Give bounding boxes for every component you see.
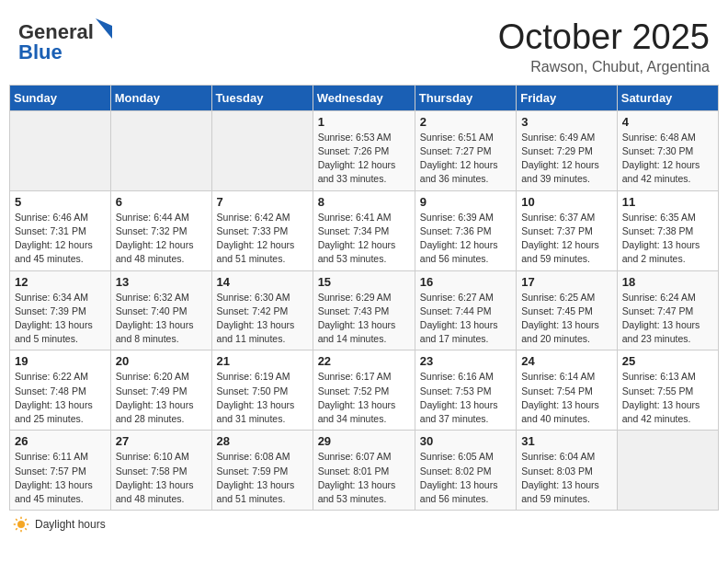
calendar-cell: 31Sunrise: 6:04 AM Sunset: 8:03 PM Dayli… [517,431,618,511]
calendar-cell: 13Sunrise: 6:32 AM Sunset: 7:40 PM Dayli… [110,270,211,350]
calendar-cell: 28Sunrise: 6:08 AM Sunset: 7:59 PM Dayli… [211,431,313,511]
day-info: Sunrise: 6:14 AM Sunset: 7:54 PM Dayligh… [521,370,612,426]
day-number: 30 [420,434,511,448]
day-info: Sunrise: 6:39 AM Sunset: 7:36 PM Dayligh… [420,211,511,267]
calendar-cell: 23Sunrise: 6:16 AM Sunset: 7:53 PM Dayli… [415,350,516,431]
svg-line-7 [25,528,27,530]
day-info: Sunrise: 6:05 AM Sunset: 8:02 PM Dayligh… [420,450,511,506]
day-number: 19 [15,354,106,368]
day-number: 20 [116,354,207,368]
calendar-cell: 25Sunrise: 6:13 AM Sunset: 7:55 PM Dayli… [617,350,718,431]
day-info: Sunrise: 6:27 AM Sunset: 7:44 PM Dayligh… [420,291,511,347]
day-number: 23 [420,354,511,368]
calendar-header-row: SundayMondayTuesdayWednesdayThursdayFrid… [10,85,719,110]
column-header-wednesday: Wednesday [313,85,415,110]
day-info: Sunrise: 6:35 AM Sunset: 7:38 PM Dayligh… [622,211,713,267]
day-number: 5 [15,195,106,209]
calendar-footer: Daylight hours [9,516,719,533]
day-info: Sunrise: 6:42 AM Sunset: 7:33 PM Dayligh… [217,211,308,267]
calendar-cell: 12Sunrise: 6:34 AM Sunset: 7:39 PM Dayli… [10,270,111,350]
day-number: 14 [217,275,308,289]
day-number: 28 [217,434,308,448]
day-info: Sunrise: 6:24 AM Sunset: 7:47 PM Dayligh… [622,291,713,347]
calendar-cell: 19Sunrise: 6:22 AM Sunset: 7:48 PM Dayli… [10,350,111,431]
day-number: 7 [217,195,308,209]
day-number: 13 [116,275,207,289]
day-number: 22 [318,354,410,368]
day-number: 2 [420,115,511,129]
sun-icon [13,516,29,533]
calendar-cell: 8Sunrise: 6:41 AM Sunset: 7:34 PM Daylig… [313,190,415,270]
calendar-cell: 10Sunrise: 6:37 AM Sunset: 7:37 PM Dayli… [517,190,618,270]
svg-point-1 [17,521,25,528]
day-number: 21 [217,354,308,368]
daylight-label: Daylight hours [35,518,106,531]
calendar-week-row: 26Sunrise: 6:11 AM Sunset: 7:57 PM Dayli… [10,431,719,511]
column-header-friday: Friday [517,85,618,110]
calendar-week-row: 12Sunrise: 6:34 AM Sunset: 7:39 PM Dayli… [10,270,719,350]
day-info: Sunrise: 6:30 AM Sunset: 7:42 PM Dayligh… [217,291,308,347]
day-info: Sunrise: 6:51 AM Sunset: 7:27 PM Dayligh… [420,131,511,187]
column-header-tuesday: Tuesday [211,85,313,110]
day-info: Sunrise: 6:19 AM Sunset: 7:50 PM Dayligh… [217,370,308,426]
calendar-cell [10,110,111,190]
day-number: 18 [622,275,713,289]
day-number: 9 [420,195,511,209]
day-info: Sunrise: 6:25 AM Sunset: 7:45 PM Dayligh… [521,291,612,347]
logo-icon [96,18,112,39]
calendar-cell: 15Sunrise: 6:29 AM Sunset: 7:43 PM Dayli… [313,270,415,350]
calendar-cell: 26Sunrise: 6:11 AM Sunset: 7:57 PM Dayli… [10,431,111,511]
day-info: Sunrise: 6:44 AM Sunset: 7:32 PM Dayligh… [116,211,207,267]
day-info: Sunrise: 6:46 AM Sunset: 7:31 PM Dayligh… [15,211,106,267]
calendar-table: SundayMondayTuesdayWednesdayThursdayFrid… [9,85,719,511]
calendar-cell: 18Sunrise: 6:24 AM Sunset: 7:47 PM Dayli… [617,270,718,350]
day-info: Sunrise: 6:16 AM Sunset: 7:53 PM Dayligh… [420,370,511,426]
day-number: 1 [318,115,410,129]
day-number: 11 [622,195,713,209]
calendar-cell: 4Sunrise: 6:48 AM Sunset: 7:30 PM Daylig… [617,110,718,190]
calendar-header: General Blue October 2025 Rawson, Chubut… [9,9,719,80]
calendar-cell: 27Sunrise: 6:10 AM Sunset: 7:58 PM Dayli… [110,431,211,511]
calendar-week-row: 19Sunrise: 6:22 AM Sunset: 7:48 PM Dayli… [10,350,719,431]
calendar-cell: 9Sunrise: 6:39 AM Sunset: 7:36 PM Daylig… [415,190,516,270]
day-number: 3 [521,115,612,129]
day-number: 12 [15,275,106,289]
day-info: Sunrise: 6:08 AM Sunset: 7:59 PM Dayligh… [217,450,308,506]
day-number: 15 [318,275,410,289]
logo: General Blue [18,18,112,63]
calendar-cell: 1Sunrise: 6:53 AM Sunset: 7:26 PM Daylig… [313,110,415,190]
calendar-cell: 2Sunrise: 6:51 AM Sunset: 7:27 PM Daylig… [415,110,516,190]
day-info: Sunrise: 6:13 AM Sunset: 7:55 PM Dayligh… [622,370,713,426]
logo-blue: Blue [18,40,63,63]
day-number: 4 [622,115,713,129]
day-info: Sunrise: 6:29 AM Sunset: 7:43 PM Dayligh… [318,291,410,347]
day-number: 8 [318,195,410,209]
calendar-week-row: 5Sunrise: 6:46 AM Sunset: 7:31 PM Daylig… [10,190,719,270]
day-number: 16 [420,275,511,289]
column-header-monday: Monday [110,85,211,110]
svg-line-8 [25,519,27,521]
day-number: 26 [15,434,106,448]
calendar-cell: 16Sunrise: 6:27 AM Sunset: 7:44 PM Dayli… [415,270,516,350]
calendar-cell: 5Sunrise: 6:46 AM Sunset: 7:31 PM Daylig… [10,190,111,270]
day-number: 27 [116,434,207,448]
column-header-thursday: Thursday [415,85,516,110]
calendar-cell: 3Sunrise: 6:49 AM Sunset: 7:29 PM Daylig… [517,110,618,190]
day-number: 25 [622,354,713,368]
day-info: Sunrise: 6:32 AM Sunset: 7:40 PM Dayligh… [116,291,207,347]
day-info: Sunrise: 6:37 AM Sunset: 7:37 PM Dayligh… [521,211,612,267]
day-info: Sunrise: 6:07 AM Sunset: 8:01 PM Dayligh… [318,450,410,506]
day-info: Sunrise: 6:41 AM Sunset: 7:34 PM Dayligh… [318,211,410,267]
calendar-cell: 20Sunrise: 6:20 AM Sunset: 7:49 PM Dayli… [110,350,211,431]
day-info: Sunrise: 6:20 AM Sunset: 7:49 PM Dayligh… [116,370,207,426]
calendar-cell: 7Sunrise: 6:42 AM Sunset: 7:33 PM Daylig… [211,190,313,270]
calendar-cell: 17Sunrise: 6:25 AM Sunset: 7:45 PM Dayli… [517,270,618,350]
calendar-cell: 22Sunrise: 6:17 AM Sunset: 7:52 PM Dayli… [313,350,415,431]
calendar-cell: 29Sunrise: 6:07 AM Sunset: 8:01 PM Dayli… [313,431,415,511]
svg-line-6 [16,519,17,521]
calendar-week-row: 1Sunrise: 6:53 AM Sunset: 7:26 PM Daylig… [10,110,719,190]
day-info: Sunrise: 6:48 AM Sunset: 7:30 PM Dayligh… [622,131,713,187]
day-info: Sunrise: 6:22 AM Sunset: 7:48 PM Dayligh… [15,370,106,426]
calendar-cell [617,431,718,511]
calendar-cell [211,110,313,190]
